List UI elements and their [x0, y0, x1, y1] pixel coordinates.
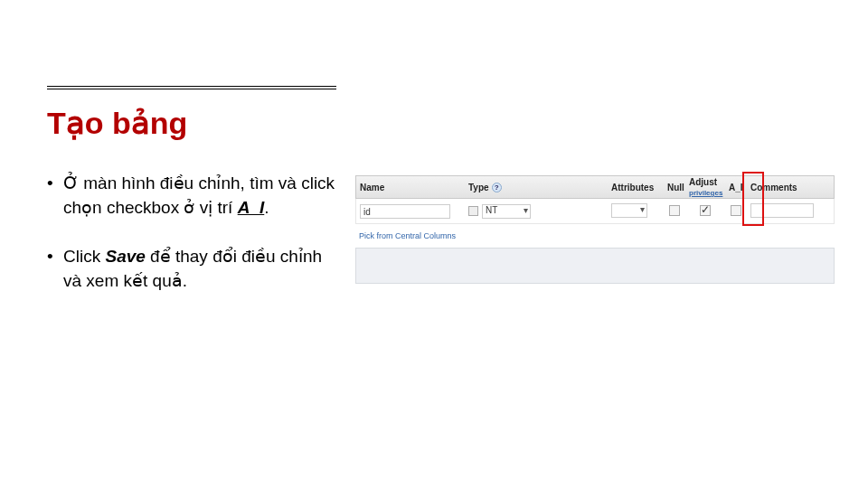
ai-checkbox[interactable] — [731, 205, 741, 216]
th-name: Name — [356, 183, 465, 192]
page-title: Tạo bảng — [47, 105, 187, 141]
th-adjust: Adjust privileges — [685, 177, 725, 197]
attributes-select[interactable] — [611, 203, 647, 218]
help-icon[interactable]: ? — [492, 183, 502, 192]
th-privileges-link[interactable]: privileges — [689, 189, 722, 197]
bullet-1-post: . — [264, 198, 269, 217]
table-structure-screenshot: Name Type ? Attributes Null Adjust privi… — [342, 25, 848, 432]
title-divider — [47, 86, 336, 89]
bullet-2: Click Save để thay đổi điều chỉnh và xem… — [47, 245, 336, 293]
th-adjust-label: Adjust — [689, 177, 717, 187]
second-row-placeholder — [355, 248, 835, 284]
bullet-1-pre: Ở màn hình điều chỉnh, tìm và click chọn… — [63, 174, 335, 217]
null-checkbox[interactable] — [669, 205, 680, 216]
th-null: Null — [664, 183, 685, 192]
adjust-checkbox[interactable] — [700, 205, 711, 216]
table-row: id NT — [355, 199, 835, 224]
th-comments: Comments — [747, 183, 834, 192]
th-attributes: Attributes — [608, 183, 664, 192]
table-header-row: Name Type ? Attributes Null Adjust privi… — [355, 175, 835, 199]
columns-table: Name Type ? Attributes Null Adjust privi… — [355, 175, 835, 284]
bullet-1-em: A_I — [238, 198, 265, 217]
bullet-1: Ở màn hình điều chỉnh, tìm và click chọn… — [47, 172, 336, 220]
bullet-2-pre: Click — [63, 247, 105, 266]
th-type: Type ? — [465, 183, 537, 192]
comments-input[interactable] — [750, 203, 814, 218]
column-name-input[interactable]: id — [360, 204, 450, 219]
th-ai: A_I — [725, 183, 747, 192]
pick-central-columns-link[interactable]: Pick from Central Columns — [355, 231, 835, 240]
bullet-2-em: Save — [105, 247, 145, 266]
column-type-select[interactable]: NT — [482, 204, 531, 219]
body-text: Ở màn hình điều chỉnh, tìm và click chọn… — [47, 172, 336, 318]
th-type-label: Type — [468, 183, 489, 192]
type-picker-icon[interactable] — [468, 206, 478, 216]
